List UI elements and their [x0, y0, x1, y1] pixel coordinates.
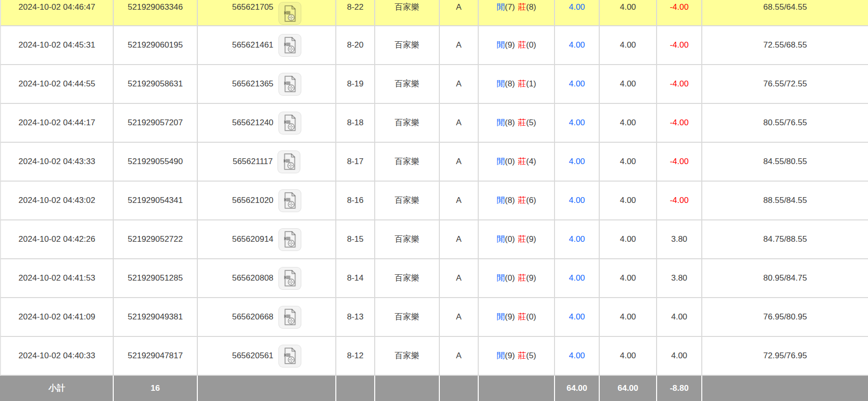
table-letter: A [439, 298, 478, 336]
bet-id: 521929063346 [113, 0, 197, 25]
video-replay-button[interactable] [278, 228, 301, 251]
table-letter: A [439, 65, 478, 103]
round-number: 8-15 [335, 220, 374, 258]
table-letter: A [439, 0, 478, 25]
video-replay-button[interactable] [278, 73, 301, 96]
player-label: 閒 [497, 117, 505, 128]
round-number: 8-19 [335, 65, 374, 103]
table-letter: A [439, 26, 478, 64]
banker-label: 莊 [518, 312, 526, 322]
player-score: (7) [505, 2, 515, 13]
video-replay-button[interactable] [278, 267, 301, 290]
banker-score: (6) [526, 195, 537, 206]
banker-label: 莊 [518, 79, 526, 89]
banker-score: (0) [526, 40, 537, 50]
game-id-cell: 565621365 [197, 65, 335, 103]
win-loss-amount: -4.00 [656, 182, 701, 219]
bet-amount: 4.00 [554, 26, 599, 64]
player-score: (9) [505, 351, 515, 361]
game-type: 百家樂 [374, 26, 439, 64]
bet-id: 521929051285 [113, 259, 197, 297]
bet-id: 521929057207 [113, 104, 197, 142]
video-file-icon [281, 230, 298, 249]
game-id-cell: 565621240 [197, 104, 335, 142]
bet-id: 521929060195 [113, 26, 197, 64]
game-type: 百家樂 [374, 104, 439, 142]
game-type: 百家樂 [374, 298, 439, 336]
video-replay-button[interactable] [278, 189, 301, 212]
game-id: 565621705 [232, 2, 273, 13]
table-row: 2024-10-02 04:45:31 521929060195 5656214… [0, 26, 868, 65]
game-id: 565621365 [232, 79, 273, 89]
balance-after-before: 80.55/76.55 [701, 104, 868, 142]
game-type: 百家樂 [374, 337, 439, 375]
bet-time: 2024-10-02 04:45:31 [1, 26, 113, 64]
table-row: 2024-10-02 04:42:26 521929052722 5656209… [0, 220, 868, 259]
balance-after-before: 68.55/64.55 [701, 0, 868, 25]
table-letter: A [439, 104, 478, 142]
round-number: 8-20 [335, 26, 374, 64]
player-label: 閒 [497, 312, 505, 322]
win-loss-amount: 4.00 [656, 337, 701, 375]
player-label: 閒 [497, 195, 505, 206]
valid-bet-amount: 4.00 [599, 0, 656, 25]
balance-after-before: 84.55/80.55 [701, 143, 868, 181]
video-replay-button[interactable] [278, 150, 300, 173]
game-id: 565621240 [232, 117, 273, 128]
game-id-cell: 565621020 [197, 182, 335, 219]
game-id-cell: 565621461 [197, 26, 335, 64]
game-result: 閒(8) 莊(1) [478, 65, 554, 103]
video-replay-button[interactable] [278, 345, 301, 368]
table-letter: A [439, 259, 478, 297]
video-replay-button[interactable] [278, 2, 301, 25]
player-score: (0) [505, 273, 515, 284]
win-loss-amount: -4.00 [656, 0, 701, 25]
subtotal-empty-table [439, 376, 478, 401]
table-letter: A [439, 143, 478, 181]
player-score: (0) [505, 156, 515, 167]
bet-time: 2024-10-02 04:46:47 [1, 0, 113, 25]
table-row: 2024-10-02 04:44:17 521929057207 5656212… [0, 104, 868, 143]
subtotal-bet-total: 64.00 [554, 376, 599, 401]
table-letter: A [439, 220, 478, 258]
valid-bet-amount: 4.00 [599, 104, 656, 142]
banker-score: (0) [526, 312, 537, 322]
game-id: 565621117 [233, 156, 273, 167]
bet-id: 521929047817 [113, 337, 197, 375]
video-replay-button[interactable] [278, 112, 301, 134]
player-label: 閒 [497, 2, 505, 13]
bet-time: 2024-10-02 04:41:09 [1, 298, 113, 336]
subtotal-empty-game [374, 376, 439, 401]
player-score: (8) [505, 195, 515, 206]
win-loss-amount: -4.00 [656, 104, 701, 142]
table-row: 2024-10-02 04:40:33 521929047817 5656205… [0, 337, 868, 376]
player-score: (9) [505, 40, 515, 50]
game-id-cell: 565620808 [197, 259, 335, 297]
round-number: 8-17 [335, 143, 374, 181]
subtotal-valid-total: 64.00 [599, 376, 656, 401]
bet-id: 521929058631 [113, 65, 197, 103]
bet-time: 2024-10-02 04:42:26 [1, 220, 113, 258]
bet-amount: 4.00 [554, 65, 599, 103]
player-score: (0) [505, 234, 515, 245]
table-row: 2024-10-02 04:41:09 521929049381 5656206… [0, 298, 868, 337]
game-id-cell: 565620668 [197, 298, 335, 336]
video-replay-button[interactable] [278, 306, 301, 329]
game-type: 百家樂 [374, 259, 439, 297]
banker-label: 莊 [518, 351, 526, 361]
bet-time: 2024-10-02 04:40:33 [1, 337, 113, 375]
valid-bet-amount: 4.00 [599, 259, 656, 297]
subtotal-empty-result [478, 376, 554, 401]
game-type: 百家樂 [374, 143, 439, 181]
video-file-icon [281, 269, 298, 287]
video-file-icon [281, 4, 298, 23]
round-number: 8-13 [335, 298, 374, 336]
video-replay-button[interactable] [278, 34, 301, 57]
game-result: 閒(7) 莊(8) [478, 0, 554, 25]
banker-label: 莊 [518, 117, 526, 128]
banker-label: 莊 [518, 234, 526, 245]
bet-time: 2024-10-02 04:41:53 [1, 259, 113, 297]
bet-amount: 4.00 [554, 143, 599, 181]
bet-amount: 4.00 [554, 182, 599, 219]
banker-label: 莊 [518, 273, 526, 284]
